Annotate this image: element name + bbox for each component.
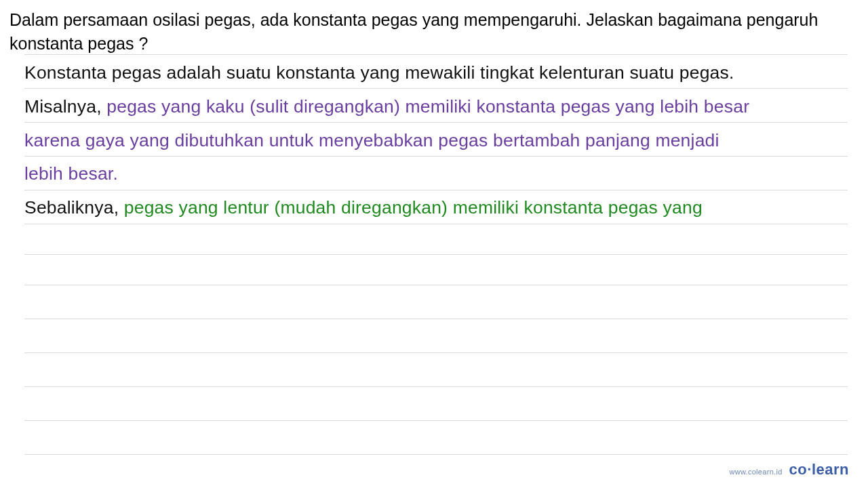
answer-area: Konstanta pegas adalah suatu konstanta y…: [24, 54, 848, 461]
ruled-line: [24, 319, 848, 319]
branding-url: www.colearn.id: [729, 468, 782, 476]
answer-text: karena gaya yang dibutuhkan untuk menyeb…: [24, 130, 719, 150]
logo-dot: ·: [807, 461, 812, 478]
answer-line-4: lebih besar.: [24, 163, 853, 184]
answer-line-5: Sebaliknya, pegas yang lentur (mudah dir…: [24, 197, 853, 218]
ruled-line: [24, 88, 848, 89]
ruled-line: [24, 190, 848, 190]
answer-text: Konstanta pegas adalah suatu konstanta y…: [24, 62, 734, 83]
branding-logo: co·learn: [789, 461, 849, 479]
ruled-line: [24, 122, 848, 123]
ruled-line: [24, 386, 848, 387]
answer-text: Sebaliknya,: [24, 197, 124, 218]
ruled-line: [24, 224, 848, 224]
question-text: Dalam persamaan osilasi pegas, ada konst…: [0, 0, 868, 60]
ruled-line: [24, 156, 848, 157]
answer-line-3: karena gaya yang dibutuhkan untuk menyeb…: [24, 130, 853, 151]
logo-learn: learn: [812, 461, 849, 478]
logo-co: co: [789, 461, 808, 478]
ruled-line: [24, 352, 848, 353]
answer-text: pegas yang kaku (sulit diregangkan) memi…: [106, 96, 749, 117]
answer-text: pegas yang lentur (mudah diregangkan) me…: [124, 197, 703, 218]
answer-text: Misalnya,: [24, 96, 106, 117]
answer-text: lebih besar.: [24, 163, 118, 184]
answer-line-1: Konstanta pegas adalah suatu konstanta y…: [24, 62, 853, 83]
answer-line-2: Misalnya, pegas yang kaku (sulit diregan…: [24, 96, 853, 117]
ruled-line: [24, 254, 848, 255]
ruled-line: [24, 285, 848, 285]
ruled-line: [24, 454, 848, 455]
ruled-line: [24, 420, 848, 421]
branding: www.colearn.id co·learn: [729, 461, 849, 479]
ruled-line: [24, 54, 848, 55]
page: Dalam persamaan osilasi pegas, ada konst…: [0, 0, 868, 488]
